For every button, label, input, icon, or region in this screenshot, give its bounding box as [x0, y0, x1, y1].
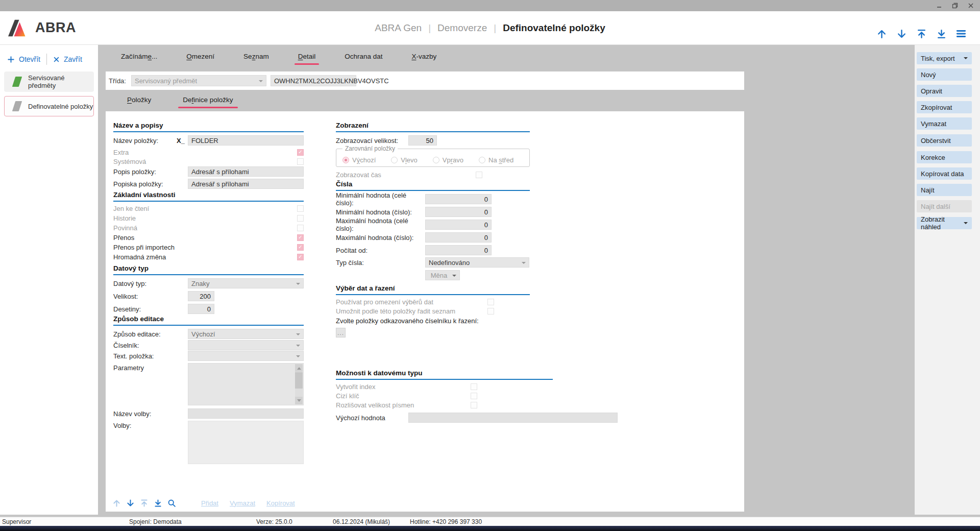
scrollbar-thumb[interactable] [295, 372, 303, 389]
chevron-down-icon [296, 283, 300, 287]
zpusob-editace-select[interactable]: Výchozí [188, 329, 304, 339]
text-polozka-select[interactable] [188, 351, 304, 361]
pridat-link[interactable]: Přidat [201, 499, 218, 507]
nazev-volby-input[interactable] [188, 408, 304, 419]
form-column-left: Název a popisy Název položky: X_ FOLDER … [113, 111, 304, 464]
close-agenda-label: Zavřít [64, 55, 82, 63]
tab-seznam[interactable]: Seznam [241, 50, 271, 65]
radio-selected-icon [342, 157, 349, 163]
prenos-pri-importech-checkbox[interactable] [297, 244, 304, 251]
historie-checkbox[interactable] [297, 215, 304, 222]
jen-ke-cteni-checkbox[interactable] [297, 205, 304, 212]
scrollbar[interactable] [295, 364, 303, 404]
max-cislo-input[interactable]: 0 [425, 232, 492, 243]
mena-select[interactable]: Měna [425, 270, 460, 280]
menu-button[interactable] [955, 28, 967, 39]
radio-vychozi[interactable]: Výchozí [342, 156, 376, 164]
najit-dalsi-button[interactable]: Najít další [917, 200, 972, 212]
parametry-textarea[interactable] [188, 363, 304, 405]
radio-vpravo[interactable]: Vpravo [433, 156, 463, 164]
chevron-down-icon [452, 275, 456, 279]
tisk-export-button[interactable]: Tisk, export [917, 52, 972, 64]
tab-zaciname[interactable]: Začínáme... [119, 50, 159, 65]
popis-polozky-input[interactable]: Adresář s přílohami [188, 166, 304, 177]
move-last-button[interactable] [936, 28, 947, 39]
desetiny-input[interactable]: 0 [188, 304, 214, 314]
row-prenos-pri-importech: Přenos při importech [113, 244, 304, 251]
extra-checkbox[interactable] [297, 149, 304, 156]
pocitat-od-input[interactable]: 0 [425, 245, 492, 255]
move-first-button[interactable] [916, 28, 927, 39]
volby-textarea[interactable] [188, 421, 304, 464]
korekce-button[interactable]: Korekce [917, 151, 972, 163]
close-button[interactable] [967, 2, 975, 10]
vychozi-hodnota-input[interactable] [408, 413, 618, 423]
row-hromadna-zmena: Hromadná změna [113, 253, 304, 260]
tab-x-vazby[interactable]: X-vazby [409, 50, 438, 65]
scroll-up-icon[interactable] [295, 364, 303, 372]
vymazat-button[interactable]: Vymazat [917, 117, 972, 130]
restore-button[interactable] [951, 2, 959, 10]
kopirovat-link[interactable]: Kopírovat [266, 499, 295, 507]
class-code-field[interactable]: OWHN2TMXL2COJJ3LKNBV4OVSTC [271, 75, 356, 86]
velikost-input[interactable]: 200 [188, 291, 214, 301]
class-select[interactable]: Servisovaný předmět [131, 75, 266, 86]
novy-button[interactable]: Nový [917, 68, 972, 81]
prefix-label: X_ [177, 137, 188, 144]
zobrazovaci-velikost-input[interactable]: 50 [408, 135, 437, 146]
zobrazit-nahled-button[interactable]: Zobrazit náhled [917, 217, 972, 229]
open-agenda-button[interactable]: Otevřít [7, 55, 40, 63]
vymazat-link[interactable]: Vymazat [230, 499, 255, 507]
tab-omezeni[interactable]: Omezení [184, 50, 216, 65]
hromadna-zmena-checkbox[interactable] [297, 254, 304, 260]
zkopirovat-button[interactable]: Zkopírovat [917, 101, 972, 113]
nazev-polozky-input[interactable]: FOLDER [188, 135, 304, 146]
search-button[interactable] [167, 498, 176, 508]
field-label: Název položky: [113, 137, 177, 144]
row-desetiny: Desetiny: 0 [113, 304, 304, 314]
minimize-button[interactable] [935, 2, 943, 10]
move-up-icon [112, 499, 121, 508]
tab-ochrana-dat[interactable]: Ochrana dat [342, 50, 384, 65]
opravit-button[interactable]: Opravit [917, 85, 972, 97]
typ-cisla-select[interactable]: Nedefinováno [425, 257, 529, 268]
close-agenda-button[interactable]: Zavřít [53, 55, 82, 63]
row-down-button[interactable] [126, 498, 135, 508]
row-first-button[interactable] [139, 498, 149, 508]
rozlisovat-velikost-checkbox[interactable] [471, 402, 477, 408]
min-cislo-input[interactable]: 0 [425, 207, 492, 217]
vytvorit-index-checkbox[interactable] [471, 383, 477, 390]
definition-form: Název a popisy Název položky: X_ FOLDER … [106, 111, 744, 512]
pouzivat-omezeni-checkbox[interactable] [487, 299, 494, 305]
zarovnani-groupbox: Zarovnání položky Výchozí Vlevo Vpravo [336, 149, 530, 167]
sidebar-item-servisovane-predmety[interactable]: Servisované předměty [4, 71, 94, 92]
status-date: 06.12.2024 (Mikuláš) [333, 518, 390, 525]
subtab-definice-polozky[interactable]: Definice položky [180, 93, 236, 109]
cizi-klic-checkbox[interactable] [471, 393, 477, 399]
close-icon [968, 3, 974, 9]
povinna-checkbox[interactable] [297, 225, 304, 231]
najit-button[interactable]: Najít [917, 184, 972, 196]
umoznit-razeni-checkbox[interactable] [487, 308, 494, 315]
row-up-button[interactable] [112, 498, 121, 508]
scroll-down-icon[interactable] [295, 397, 303, 404]
radio-vlevo[interactable]: Vlevo [391, 156, 418, 164]
ciselnik-select[interactable] [188, 340, 304, 350]
tab-detail[interactable]: Detail [296, 50, 318, 65]
zobrazovat-cas-checkbox[interactable] [476, 172, 482, 178]
kopirovat-data-button[interactable]: Kopírovat data [917, 167, 972, 180]
move-down-button[interactable] [896, 28, 907, 39]
radio-na-stred[interactable]: Na střed [479, 156, 513, 164]
row-last-button[interactable] [153, 498, 162, 508]
systemova-checkbox[interactable] [297, 158, 304, 165]
min-cele-input[interactable]: 0 [425, 194, 492, 204]
more-options-button[interactable]: ... [336, 328, 346, 337]
obcerstvit-button[interactable]: Občerstvit [917, 134, 972, 147]
popiska-polozky-input[interactable]: Adresář s přílohami [188, 179, 304, 189]
move-up-button[interactable] [876, 28, 887, 39]
datovy-typ-select[interactable]: Znaky [188, 278, 304, 288]
sidebar-item-definovatelne-polozky[interactable]: Definovatelné položky [4, 96, 94, 116]
max-cele-input[interactable]: 0 [425, 220, 492, 230]
subtab-polozky[interactable]: Položky [124, 93, 154, 109]
prenos-checkbox[interactable] [297, 234, 304, 241]
